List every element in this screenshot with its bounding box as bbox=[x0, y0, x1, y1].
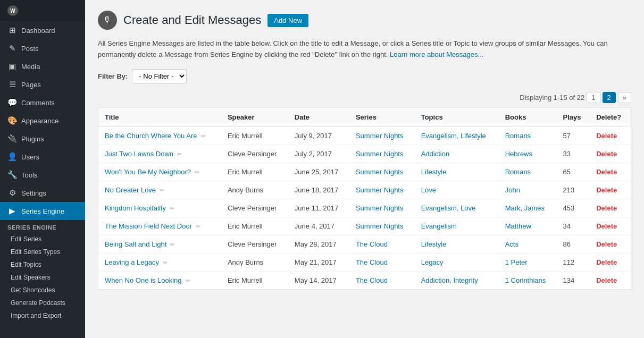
books-link[interactable]: Romans bbox=[505, 168, 531, 176]
sidebar-item-posts[interactable]: ✎ Posts bbox=[0, 39, 85, 57]
message-title-link[interactable]: No Greater Love bbox=[105, 186, 156, 194]
delete-link[interactable]: Delete bbox=[596, 222, 617, 230]
message-title-link[interactable]: When No One is Looking bbox=[105, 276, 182, 284]
cell-title: Just Two Lawns Down ✏ bbox=[98, 145, 221, 163]
series-link[interactable]: Summer Nights bbox=[356, 204, 404, 212]
table-body: Be the Church Where You Are ✏Eric Murrel… bbox=[98, 126, 631, 289]
delete-link[interactable]: Delete bbox=[596, 240, 617, 248]
sidebar-item-tools[interactable]: 🔧 Tools bbox=[0, 166, 85, 184]
message-title-link[interactable]: The Mission Field Next Door bbox=[105, 222, 192, 230]
sidebar-sub-item-edit-speakers[interactable]: Edit Speakers bbox=[0, 271, 85, 284]
delete-link[interactable]: Delete bbox=[596, 204, 617, 212]
series-link[interactable]: The Cloud bbox=[356, 276, 388, 284]
sidebar-item-pages[interactable]: ☰ Pages bbox=[0, 75, 85, 94]
media-icon: ▣ bbox=[7, 62, 17, 71]
series-link[interactable]: Summer Nights bbox=[356, 186, 404, 194]
edit-pencil-icon: ✏ bbox=[161, 259, 168, 266]
books-link[interactable]: Romans bbox=[505, 132, 531, 140]
sidebar-item-plugins[interactable]: 🔌 Plugins bbox=[0, 130, 85, 148]
books-link[interactable]: Hebrews bbox=[505, 150, 532, 158]
cell-topics: Legacy bbox=[415, 253, 499, 271]
cell-series: The Cloud bbox=[349, 271, 415, 289]
series-link[interactable]: Summer Nights bbox=[356, 222, 404, 230]
cell-speaker: Cleve Persinger bbox=[221, 235, 288, 253]
sidebar-item-series-engine[interactable]: ▶ Series Engine bbox=[0, 202, 85, 220]
col-delete: Delete? bbox=[590, 107, 631, 126]
cell-books: Mark, James bbox=[499, 199, 557, 217]
series-link[interactable]: The Cloud bbox=[356, 258, 388, 266]
books-link[interactable]: Matthew bbox=[505, 222, 531, 230]
message-title-link[interactable]: Being Salt and Light bbox=[105, 240, 166, 248]
cell-speaker: Andy Burns bbox=[221, 253, 288, 271]
books-link[interactable]: Mark, James bbox=[505, 204, 545, 212]
message-title-link[interactable]: Kingdom Hospitality bbox=[105, 204, 166, 212]
col-plays: Plays bbox=[556, 107, 590, 126]
cell-title: Be the Church Where You Are ✏ bbox=[98, 126, 221, 145]
series-link[interactable]: Summer Nights bbox=[356, 168, 404, 176]
sidebar-sub-item-import-export[interactable]: Import and Export bbox=[0, 309, 85, 322]
table-row: The Mission Field Next Door ✏Eric Murrel… bbox=[98, 217, 631, 235]
message-title-link[interactable]: Won't You Be My Neighbor? bbox=[105, 168, 191, 176]
message-title-link[interactable]: Leaving a Legacy bbox=[105, 258, 159, 266]
topics-link[interactable]: Addiction, Integrity bbox=[421, 276, 478, 284]
message-title-link[interactable]: Just Two Lawns Down bbox=[105, 150, 173, 158]
page-btn-next[interactable]: » bbox=[618, 92, 631, 103]
books-link[interactable]: John bbox=[505, 186, 520, 194]
sidebar-sub-item-edit-series-types[interactable]: Edit Series Types bbox=[0, 246, 85, 258]
cell-books: Romans bbox=[499, 163, 557, 181]
delete-link[interactable]: Delete bbox=[596, 150, 617, 158]
message-title-link[interactable]: Be the Church Where You Are bbox=[105, 132, 197, 140]
topics-link[interactable]: Lifestyle bbox=[421, 168, 447, 176]
delete-link[interactable]: Delete bbox=[596, 168, 617, 176]
wp-logo-icon: W bbox=[7, 5, 18, 16]
topics-link[interactable]: Evangelism, Lifestyle bbox=[421, 132, 486, 140]
cell-title: Leaving a Legacy ✏ bbox=[98, 253, 221, 271]
delete-link[interactable]: Delete bbox=[596, 276, 617, 284]
delete-link[interactable]: Delete bbox=[596, 186, 617, 194]
series-link[interactable]: The Cloud bbox=[356, 240, 388, 248]
series-link[interactable]: Summer Nights bbox=[356, 132, 404, 140]
sidebar-sub-item-get-shortcodes[interactable]: Get Shortcodes bbox=[0, 284, 85, 297]
delete-link[interactable]: Delete bbox=[596, 258, 617, 266]
topics-link[interactable]: Addiction bbox=[421, 150, 449, 158]
cell-plays: 34 bbox=[556, 217, 590, 235]
sidebar-sub-item-generate-podcasts[interactable]: Generate Podcasts bbox=[0, 297, 85, 309]
cell-topics: Lifestyle bbox=[415, 235, 499, 253]
add-new-button[interactable]: Add New bbox=[267, 14, 308, 27]
topics-link[interactable]: Legacy bbox=[421, 258, 444, 266]
series-link[interactable]: Summer Nights bbox=[356, 150, 404, 158]
sidebar-item-media[interactable]: ▣ Media bbox=[0, 57, 85, 75]
settings-icon: ⚙ bbox=[7, 188, 17, 198]
sidebar-item-comments[interactable]: 💬 Comments bbox=[0, 94, 85, 112]
sidebar-item-appearance[interactable]: 🎨 Appearance bbox=[0, 112, 85, 130]
page-btn-1[interactable]: 1 bbox=[587, 92, 600, 103]
books-link[interactable]: 1 Corinthians bbox=[505, 276, 546, 284]
learn-more-link[interactable]: Learn more about Messages... bbox=[390, 50, 483, 58]
sidebar-item-settings[interactable]: ⚙ Settings bbox=[0, 184, 85, 202]
cell-title: Kingdom Hospitality ✏ bbox=[98, 199, 221, 217]
cell-series: The Cloud bbox=[349, 235, 415, 253]
sidebar-item-label: Series Engine bbox=[21, 207, 64, 215]
topics-link[interactable]: Love bbox=[421, 186, 436, 194]
cell-plays: 213 bbox=[556, 181, 590, 199]
filter-select[interactable]: - No Filter - bbox=[132, 69, 187, 83]
delete-link[interactable]: Delete bbox=[596, 132, 617, 140]
topics-link[interactable]: Evangelism, Love bbox=[421, 204, 476, 212]
books-link[interactable]: 1 Peter bbox=[505, 258, 528, 266]
topics-link[interactable]: Lifestyle bbox=[421, 240, 447, 248]
sidebar-item-users[interactable]: 👤 Users bbox=[0, 148, 85, 166]
sidebar-item-label: Appearance bbox=[21, 117, 58, 125]
books-link[interactable]: Acts bbox=[505, 240, 518, 248]
edit-pencil-icon: ✏ bbox=[199, 133, 205, 139]
sidebar-item-dashboard[interactable]: ⊞ Dashboard bbox=[0, 21, 85, 39]
cell-series: Summer Nights bbox=[349, 217, 415, 235]
page-btn-2[interactable]: 2 bbox=[603, 92, 616, 103]
cell-speaker: Eric Murrell bbox=[221, 217, 288, 235]
sidebar-sub-item-edit-topics[interactable]: Edit Topics bbox=[0, 258, 85, 271]
cell-plays: 57 bbox=[556, 126, 590, 145]
col-books: Books bbox=[499, 107, 557, 126]
series-engine-icon: ▶ bbox=[7, 206, 17, 216]
sidebar-sub-item-edit-series[interactable]: Edit Series bbox=[0, 233, 85, 246]
cell-delete: Delete bbox=[590, 253, 631, 271]
topics-link[interactable]: Evangelism bbox=[421, 222, 457, 230]
